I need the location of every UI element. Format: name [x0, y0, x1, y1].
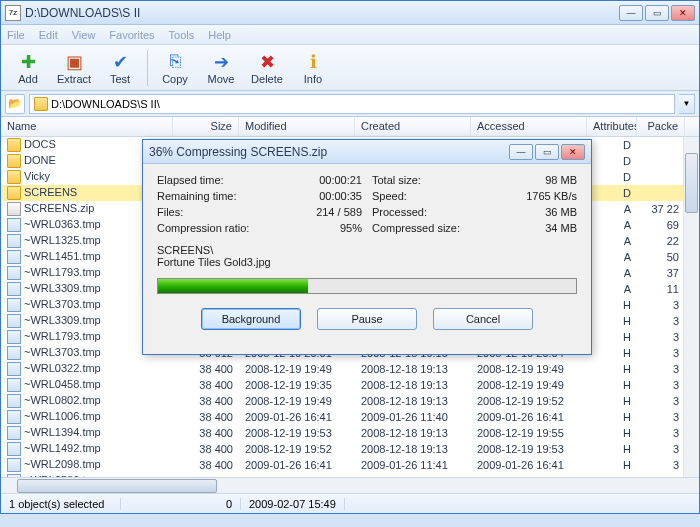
address-bar: 📂 D:\DOWNLOADS\S II\ ▼: [1, 91, 699, 117]
table-row[interactable]: ~WRL1394.tmp38 4002008-12-19 19:532008-1…: [1, 425, 699, 441]
app-icon: 7z: [5, 5, 21, 21]
tmp-icon: [7, 362, 21, 376]
test-icon: ✔: [109, 51, 131, 73]
tmp-icon: [7, 378, 21, 392]
progress-fill: [158, 279, 308, 293]
dialog-titlebar[interactable]: 36% Compressing SCREENS.zip ― ▭ ✕: [143, 140, 591, 164]
extract-icon: ▣: [63, 51, 85, 73]
stat-key: Speed:: [372, 190, 407, 206]
status-selected: 1 object(s) selected: [1, 498, 121, 510]
col-size[interactable]: Size: [173, 117, 239, 136]
col-accessed[interactable]: Accessed: [471, 117, 587, 136]
up-dir-button[interactable]: 📂: [5, 94, 25, 114]
address-input[interactable]: D:\DOWNLOADS\S II\: [29, 94, 675, 114]
tmp-icon: [7, 410, 21, 424]
dialog-maximize-button[interactable]: ▭: [535, 144, 559, 160]
pause-button[interactable]: Pause: [317, 308, 417, 330]
tmp-icon: [7, 314, 21, 328]
scroll-thumb[interactable]: [685, 153, 698, 213]
menu-file[interactable]: File: [7, 29, 25, 41]
folder-icon: [7, 186, 21, 200]
current-file: SCREENS\ Fortune Tiles Gold3.jpg: [157, 244, 577, 274]
stat-key: Elapsed time:: [157, 174, 224, 190]
delete-icon: ✖: [256, 51, 278, 73]
folder-icon: [7, 154, 21, 168]
add-icon: ✚: [17, 51, 39, 73]
toolbar-test[interactable]: ✔Test: [97, 48, 143, 88]
window-title: D:\DOWNLOADS\S II: [25, 6, 619, 20]
toolbar-move[interactable]: ➔Move: [198, 48, 244, 88]
toolbar-label: Extract: [57, 73, 91, 85]
tmp-icon: [7, 458, 21, 472]
info-icon: ℹ: [302, 51, 324, 73]
toolbar: ✚Add▣Extract✔Test⎘Copy➔Move✖DeleteℹInfo: [1, 45, 699, 91]
col-attributes[interactable]: Attributes: [587, 117, 637, 136]
table-row[interactable]: ~WRL0458.tmp38 4002008-12-19 19:352008-1…: [1, 377, 699, 393]
vertical-scrollbar[interactable]: [683, 137, 699, 477]
move-icon: ➔: [210, 51, 232, 73]
menu-tools[interactable]: Tools: [169, 29, 195, 41]
background-button[interactable]: Background: [201, 308, 301, 330]
stat-val: 214 / 589: [316, 206, 362, 222]
stat-val: 34 MB: [545, 222, 577, 238]
menubar: File Edit View Favorites Tools Help: [1, 25, 699, 45]
table-row[interactable]: ~WRL0802.tmp38 4002008-12-19 19:492008-1…: [1, 393, 699, 409]
col-modified[interactable]: Modified: [239, 117, 355, 136]
dialog-minimize-button[interactable]: ―: [509, 144, 533, 160]
horizontal-scrollbar[interactable]: [1, 477, 699, 493]
zip-icon: [7, 202, 21, 216]
toolbar-copy[interactable]: ⎘Copy: [152, 48, 198, 88]
tmp-icon: [7, 426, 21, 440]
cancel-button[interactable]: Cancel: [433, 308, 533, 330]
stat-val: 95%: [340, 222, 362, 238]
stat-key: Remaining time:: [157, 190, 236, 206]
tmp-icon: [7, 346, 21, 360]
stat-val: 1765 KB/s: [526, 190, 577, 206]
menu-help[interactable]: Help: [208, 29, 231, 41]
maximize-button[interactable]: ▭: [645, 5, 669, 21]
stat-val: 00:00:35: [319, 190, 362, 206]
progress-dialog: 36% Compressing SCREENS.zip ― ▭ ✕ Elapse…: [142, 139, 592, 355]
stat-val: 00:00:21: [319, 174, 362, 190]
progress-bar: [157, 278, 577, 294]
dialog-close-button[interactable]: ✕: [561, 144, 585, 160]
col-name[interactable]: Name: [1, 117, 173, 136]
folder-icon: [34, 97, 48, 111]
toolbar-extract[interactable]: ▣Extract: [51, 48, 97, 88]
stat-key: Files:: [157, 206, 183, 222]
titlebar[interactable]: 7z D:\DOWNLOADS\S II ― ▭ ✕: [1, 1, 699, 25]
tmp-icon: [7, 442, 21, 456]
table-row[interactable]: ~WRL1492.tmp38 4002008-12-19 19:522008-1…: [1, 441, 699, 457]
stat-val: 98 MB: [545, 174, 577, 190]
col-packed[interactable]: Packe: [637, 117, 685, 136]
toolbar-delete[interactable]: ✖Delete: [244, 48, 290, 88]
toolbar-add[interactable]: ✚Add: [5, 48, 51, 88]
tmp-icon: [7, 394, 21, 408]
toolbar-label: Test: [110, 73, 130, 85]
scroll-thumb[interactable]: [17, 479, 217, 493]
table-row[interactable]: ~WRL2098.tmp38 4002009-01-26 16:412009-0…: [1, 457, 699, 473]
table-row[interactable]: ~WRL1006.tmp38 4002009-01-26 16:412009-0…: [1, 409, 699, 425]
column-headers: Name Size Modified Created Accessed Attr…: [1, 117, 699, 137]
close-button[interactable]: ✕: [671, 5, 695, 21]
toolbar-label: Info: [304, 73, 322, 85]
address-text: D:\DOWNLOADS\S II\: [51, 98, 160, 110]
toolbar-label: Add: [18, 73, 38, 85]
tmp-icon: [7, 250, 21, 264]
menu-favorites[interactable]: Favorites: [109, 29, 154, 41]
table-row[interactable]: ~WRL0322.tmp38 4002008-12-19 19:492008-1…: [1, 361, 699, 377]
menu-edit[interactable]: Edit: [39, 29, 58, 41]
minimize-button[interactable]: ―: [619, 5, 643, 21]
address-dropdown[interactable]: ▼: [679, 94, 695, 114]
toolbar-label: Copy: [162, 73, 188, 85]
stat-key: Compressed size:: [372, 222, 460, 238]
tmp-icon: [7, 330, 21, 344]
toolbar-info[interactable]: ℹInfo: [290, 48, 336, 88]
status-zero: 0: [121, 498, 241, 510]
menu-view[interactable]: View: [72, 29, 96, 41]
folder-icon: [7, 138, 21, 152]
col-created[interactable]: Created: [355, 117, 471, 136]
stat-key: Total size:: [372, 174, 421, 190]
tmp-icon: [7, 266, 21, 280]
tmp-icon: [7, 234, 21, 248]
